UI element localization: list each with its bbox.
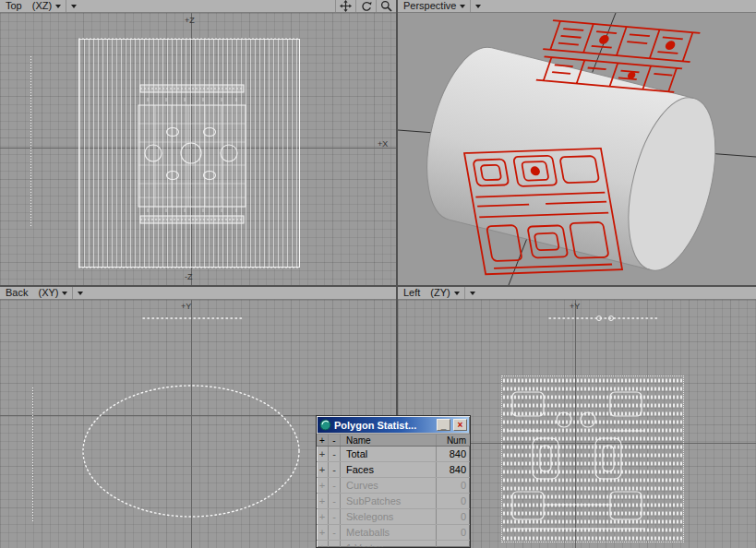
chevron-down-icon	[55, 5, 61, 8]
axis-label-plus-x: +X	[378, 139, 388, 149]
chevron-down-icon	[460, 5, 465, 8]
pan-icon	[340, 0, 352, 12]
close-icon[interactable]: ×	[453, 419, 467, 431]
polygon-statistics-panel: Polygon Statist... _ × + - Name Num + - …	[316, 415, 471, 548]
select-plus-button[interactable]: +	[317, 494, 329, 508]
rotate-view-button[interactable]	[355, 0, 376, 12]
perspective-scene	[398, 13, 756, 285]
stats-row-num: 840	[437, 447, 470, 461]
select-minus-button[interactable]: -	[329, 478, 341, 493]
axis-label-plus-y: +Y	[181, 302, 191, 311]
rotate-icon	[360, 0, 372, 12]
select-minus-button[interactable]: -	[329, 494, 341, 508]
viewport-perspective-header: Perspective	[398, 0, 756, 13]
stats-row-num: 0	[437, 478, 470, 493]
chevron-down-icon	[475, 5, 481, 8]
modeler-window: Top (XZ)	[0, 0, 756, 548]
stats-row-metaballs: + - Metaballs 0	[317, 525, 470, 541]
select-plus-button[interactable]: +	[317, 478, 329, 493]
select-plus-button[interactable]: +	[317, 462, 329, 477]
chevron-down-icon	[71, 5, 77, 8]
axis-label-plus-z: +Z	[185, 16, 195, 25]
select-minus-button[interactable]: -	[329, 541, 341, 548]
stats-row-subpatches: + - SubPatches 0	[317, 494, 470, 509]
select-plus-button[interactable]: +	[317, 525, 329, 540]
wireframe-pattern-top-view	[0, 13, 396, 285]
stats-row-name: Curves	[341, 478, 437, 493]
column-header-plus: +	[317, 435, 329, 446]
viewport-type-label: Left	[403, 287, 420, 299]
chevron-down-icon	[470, 292, 475, 295]
render-mode-dropdown[interactable]	[66, 0, 81, 12]
select-minus-button[interactable]: -	[329, 447, 341, 461]
chevron-down-icon	[78, 292, 83, 295]
viewport-top-canvas[interactable]: +Z -Z +X	[0, 13, 396, 285]
viewport-type-label: Back	[6, 287, 28, 299]
select-minus-button[interactable]: -	[329, 509, 341, 524]
stats-row-name: Faces	[341, 462, 437, 477]
zoom-view-button[interactable]	[376, 0, 396, 12]
stats-row-num: 0	[437, 494, 470, 508]
select-minus-button[interactable]: -	[329, 525, 341, 540]
panel-title-bar[interactable]: Polygon Statist... _ ×	[318, 417, 469, 433]
panel-app-icon	[319, 419, 331, 431]
view-axis-value: (XZ)	[32, 0, 52, 12]
viewport-perspective-canvas[interactable]	[398, 13, 756, 285]
viewport-perspective: Perspective	[398, 0, 756, 285]
shaded-cylinder	[412, 39, 731, 280]
stats-table: + - Name Num + - Total 840 + - Faces 840…	[317, 434, 470, 548]
stats-row-num: 840	[437, 462, 470, 477]
column-header-num: Num	[437, 435, 470, 446]
column-header-name: Name	[341, 435, 437, 446]
viewport-left-header: Left (ZY)	[398, 287, 756, 300]
view-type-dropdown[interactable]: Perspective	[403, 0, 470, 12]
chevron-down-icon	[62, 292, 67, 295]
viewport-back-header: Back (XY)	[0, 287, 396, 300]
zoom-icon	[380, 0, 392, 12]
render-mode-dropdown[interactable]	[470, 0, 486, 12]
select-plus-button[interactable]: +	[317, 541, 329, 548]
stats-row-num: 0	[437, 509, 470, 524]
stats-row-faces: + - Faces 840	[317, 462, 470, 478]
select-plus-button[interactable]: +	[317, 447, 329, 461]
axis-label-minus-z: -Z	[185, 272, 193, 281]
viewport-top-header: Top (XZ)	[0, 0, 396, 13]
stats-row-name: SubPatches	[341, 494, 437, 508]
view-axis-dropdown[interactable]: (ZY)	[426, 287, 463, 299]
stats-row-num	[437, 541, 470, 548]
render-mode-dropdown[interactable]	[72, 287, 88, 299]
stats-row-name: 1 Vertex	[341, 541, 437, 548]
view-type-value: Perspective	[403, 0, 456, 12]
select-minus-button[interactable]: -	[329, 462, 341, 477]
view-axis-dropdown[interactable]: (XY)	[33, 287, 72, 299]
stats-header-row: + - Name Num	[317, 435, 470, 447]
stats-row-total: + - Total 840	[317, 447, 470, 462]
chevron-down-icon	[454, 292, 460, 295]
stats-row-name: Total	[341, 447, 437, 461]
stats-row-1-vertex: + - 1 Vertex	[317, 541, 470, 548]
minimize-button[interactable]: _	[437, 419, 450, 431]
axis-label-plus-y: +Y	[570, 302, 580, 311]
view-axis-value: (ZY)	[430, 287, 450, 299]
stats-row-curves: + - Curves 0	[317, 478, 470, 494]
panel-title: Polygon Statist...	[334, 420, 434, 431]
stats-row-name: Skelegons	[341, 509, 437, 524]
view-axis-value: (XY)	[38, 287, 58, 299]
viewport-top: Top (XZ)	[0, 0, 396, 285]
stats-row-skelegons: + - Skelegons 0	[317, 509, 470, 525]
pan-view-button[interactable]	[335, 0, 355, 12]
select-plus-button[interactable]: +	[317, 509, 329, 524]
column-header-minus: -	[329, 435, 341, 446]
render-mode-dropdown[interactable]	[464, 287, 480, 299]
viewport-type-label: Top	[6, 0, 22, 12]
stats-row-num: 0	[437, 525, 470, 540]
view-axis-dropdown[interactable]: (XZ)	[28, 0, 66, 12]
stats-row-name: Metaballs	[341, 525, 437, 540]
